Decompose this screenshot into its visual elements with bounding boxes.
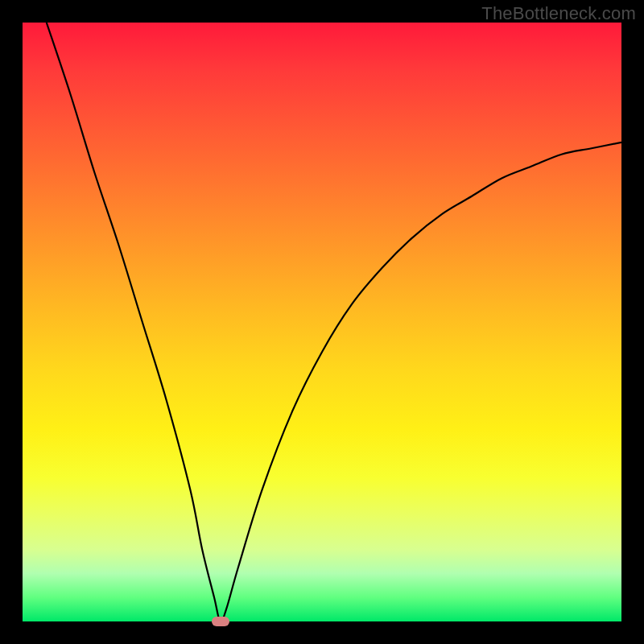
- watermark-text: TheBottleneck.com: [481, 3, 636, 24]
- bottleneck-curve: [23, 23, 621, 621]
- plot-area: [23, 23, 621, 621]
- chart-frame: TheBottleneck.com: [0, 0, 644, 644]
- optimal-point-marker: [212, 617, 229, 626]
